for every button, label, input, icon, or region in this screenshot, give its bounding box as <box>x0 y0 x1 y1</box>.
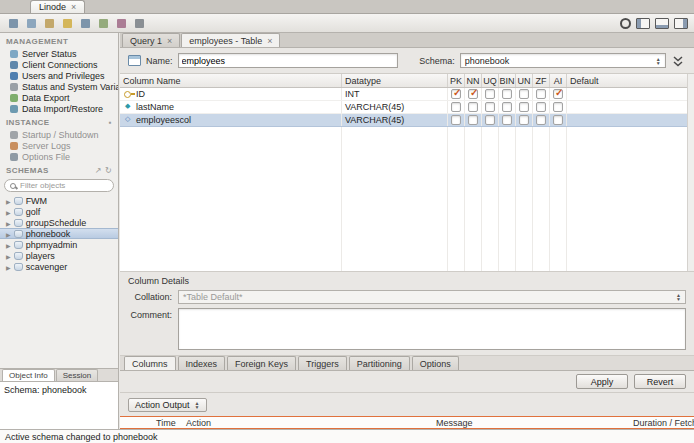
sidebar-item[interactable]: Server Logs <box>0 140 118 151</box>
schema-select-value: phonebook <box>465 56 510 66</box>
schema-tree-item[interactable]: FWM <box>0 195 118 206</box>
grid-scrollbar[interactable] <box>687 74 694 271</box>
close-icon[interactable] <box>167 36 172 46</box>
col-header-zf: ZF <box>533 74 550 87</box>
collation-select[interactable]: *Table Default* ▲▼ <box>178 290 686 304</box>
instance-menu-icon[interactable]: ▪ <box>109 118 112 127</box>
checkbox-pk[interactable] <box>448 101 465 113</box>
schema-tree-item[interactable]: players <box>0 250 118 261</box>
create-schema-icon[interactable] <box>60 16 75 31</box>
editor-tab[interactable]: Query 1 <box>122 33 180 47</box>
checkbox-bin[interactable] <box>499 101 516 113</box>
editor-tab[interactable]: employees - Table <box>181 33 280 47</box>
schema-tree-item[interactable]: phonebook <box>0 228 118 239</box>
schema-select[interactable]: phonebook ▲▼ <box>460 53 666 68</box>
connection-tab[interactable]: Linode <box>30 0 85 13</box>
checkbox-un[interactable] <box>516 114 533 126</box>
close-icon[interactable] <box>71 2 76 12</box>
grid-empty-area[interactable] <box>120 127 694 271</box>
datatype-cell: INT <box>342 88 448 100</box>
editor-section-tab[interactable]: Partitioning <box>349 356 410 370</box>
checkbox-uq[interactable] <box>482 101 499 113</box>
create-view-icon[interactable] <box>96 16 111 31</box>
editor-section-tab[interactable]: Indexes <box>178 356 226 370</box>
editor-section-tab[interactable]: Options <box>412 356 459 370</box>
collapse-header-button[interactable] <box>671 53 686 69</box>
checkbox-ai[interactable] <box>550 101 567 113</box>
sidebar-item[interactable]: Data Import/Restore <box>0 103 118 114</box>
checkbox-un[interactable] <box>516 101 533 113</box>
create-table-icon[interactable] <box>78 16 93 31</box>
checkbox-zf[interactable] <box>533 114 550 126</box>
new-connection-icon[interactable] <box>6 16 21 31</box>
checkbox-ai[interactable] <box>550 88 567 100</box>
sidebar-item[interactable]: Server Status <box>0 48 118 59</box>
schema-tree-item[interactable]: golf <box>0 206 118 217</box>
checkbox-nn[interactable] <box>465 88 482 100</box>
checkbox-un[interactable] <box>516 88 533 100</box>
schema-label: players <box>26 251 55 261</box>
chevron-right-icon[interactable] <box>6 240 11 250</box>
instance-list: Startup / Shutdown Server Logs Options F… <box>0 129 118 162</box>
chevron-right-icon[interactable] <box>6 218 11 228</box>
sidebar-item[interactable]: Users and Privileges <box>0 70 118 81</box>
schema-tree-item[interactable]: scavenger <box>0 261 118 272</box>
close-icon[interactable] <box>267 36 272 46</box>
info-panel-tab[interactable]: Object Info <box>2 369 55 381</box>
col-header-nn: NN <box>465 74 482 87</box>
checkbox-bin[interactable] <box>499 114 516 126</box>
schema-tree-item[interactable]: phpmyadmin <box>0 239 118 250</box>
sidebar-item[interactable]: Options File <box>0 151 118 162</box>
schema-tree-item[interactable]: groupSchedule <box>0 217 118 228</box>
table-row[interactable]: lastName VARCHAR(45) <box>120 101 694 114</box>
info-panel-tab[interactable]: Session <box>56 369 98 381</box>
sidebar-item[interactable]: Data Export <box>0 92 118 103</box>
chevron-right-icon[interactable] <box>6 207 11 217</box>
stepper-icon: ▲▼ <box>195 401 200 409</box>
editor-section-tab[interactable]: Triggers <box>298 356 347 370</box>
table-row[interactable]: employeescol VARCHAR(45) <box>120 114 694 127</box>
schema-filter[interactable] <box>4 179 114 192</box>
checkbox-nn[interactable] <box>465 114 482 126</box>
sidebar-item-label: Status and System Variable <box>22 82 118 92</box>
toggle-output-area-icon[interactable] <box>655 18 669 29</box>
table-editor-header: Name: Schema: phonebook ▲▼ <box>120 48 694 74</box>
checkbox-ai[interactable] <box>550 114 567 126</box>
checkbox-pk[interactable] <box>448 114 465 126</box>
revert-button[interactable]: Revert <box>634 374 686 389</box>
apply-button[interactable]: Apply <box>576 374 628 389</box>
new-query-tab-icon[interactable] <box>24 16 39 31</box>
sidebar-item[interactable]: Client Connections <box>0 59 118 70</box>
checkbox-uq[interactable] <box>482 88 499 100</box>
checkbox-nn[interactable] <box>465 101 482 113</box>
chevron-right-icon[interactable] <box>6 262 11 272</box>
chevron-right-icon[interactable] <box>6 251 11 261</box>
open-script-icon[interactable] <box>42 16 57 31</box>
schema-icon <box>14 219 23 227</box>
search-data-icon[interactable] <box>132 16 147 31</box>
expand-schemas-icon[interactable]: ↗ <box>95 166 102 175</box>
create-procedure-icon[interactable] <box>114 16 129 31</box>
help-icon[interactable] <box>620 18 631 29</box>
sidebar-item[interactable]: Status and System Variable <box>0 81 118 92</box>
editor-section-tab[interactable]: Columns <box>124 356 176 370</box>
schema-filter-input[interactable] <box>20 181 100 190</box>
checkbox-pk[interactable] <box>448 88 465 100</box>
col-header-column-name: Column Name <box>120 74 342 87</box>
table-row[interactable]: ID INT <box>120 88 694 101</box>
sidebar-item[interactable]: Startup / Shutdown <box>0 129 118 140</box>
refresh-schemas-icon[interactable]: ↻ <box>105 166 112 175</box>
toggle-right-sidebar-icon[interactable] <box>674 18 688 29</box>
chevron-right-icon[interactable] <box>6 229 11 239</box>
toggle-left-sidebar-icon[interactable] <box>636 18 650 29</box>
checkbox-zf[interactable] <box>533 101 550 113</box>
table-name-input[interactable] <box>178 53 398 68</box>
checkbox-zf[interactable] <box>533 88 550 100</box>
col-header-bin: BIN <box>499 74 516 87</box>
chevron-right-icon[interactable] <box>6 196 11 206</box>
checkbox-uq[interactable] <box>482 114 499 126</box>
output-selector[interactable]: Action Output ▲▼ <box>128 398 207 412</box>
checkbox-bin[interactable] <box>499 88 516 100</box>
comment-textarea[interactable] <box>178 308 686 350</box>
editor-section-tab[interactable]: Foreign Keys <box>227 356 296 370</box>
